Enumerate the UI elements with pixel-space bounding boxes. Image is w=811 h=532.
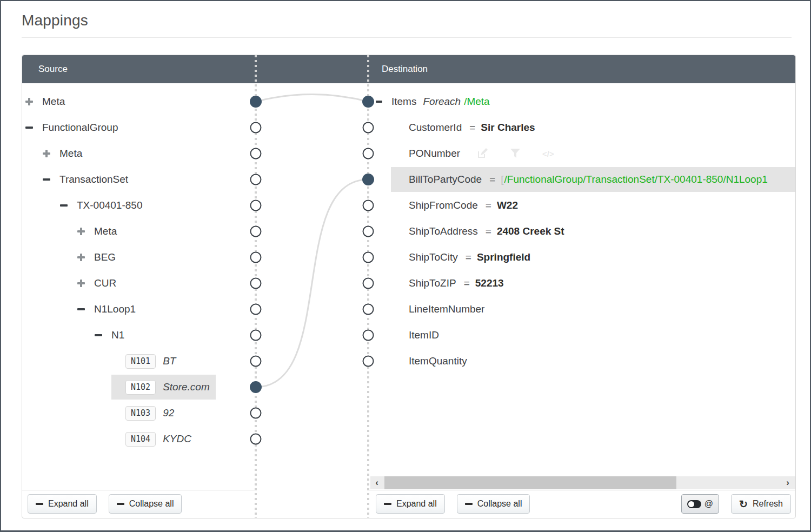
dest-row-shiptoaddress[interactable]: ShipToAddress = 2408 Creek St bbox=[22, 218, 795, 244]
source-row-n102-selected[interactable]: N102 Store.com bbox=[22, 374, 795, 400]
code-icon[interactable]: </> bbox=[542, 149, 554, 158]
source-collapse-all-button[interactable]: Collapse all bbox=[109, 494, 182, 514]
equals-sign: = bbox=[469, 122, 475, 134]
dest-row-shipfromcode[interactable]: ShipFromCode = W22 bbox=[22, 192, 795, 218]
dest-field-label[interactable]: ShipToZIP bbox=[409, 277, 456, 289]
dest-field-label[interactable]: LineItemNumber bbox=[409, 303, 484, 315]
refresh-icon: ↻ bbox=[739, 499, 748, 509]
segment-value: KYDC bbox=[163, 433, 191, 445]
dest-field-label[interactable]: ItemQuantity bbox=[409, 355, 467, 367]
dest-field-value: Sir Charles bbox=[481, 122, 535, 134]
equals-sign: = bbox=[486, 200, 491, 211]
dest-field-label[interactable]: ShipFromCode bbox=[409, 200, 478, 211]
dest-field-value: W22 bbox=[497, 200, 518, 211]
filter-icon[interactable] bbox=[510, 148, 521, 159]
mappings-panel: Source Destination Meta FunctionalGroup … bbox=[22, 55, 796, 518]
segment-tag[interactable]: N103 bbox=[125, 406, 156, 421]
dest-row-customerid[interactable]: CustomerId = Sir Charles bbox=[22, 115, 795, 141]
destination-column-header: Destination bbox=[382, 55, 428, 83]
refresh-button[interactable]: ↻ Refresh bbox=[731, 494, 791, 514]
dest-field-value: Springfield bbox=[477, 251, 530, 263]
at-toggle-button[interactable]: @ bbox=[681, 494, 719, 514]
source-row-n104[interactable]: N104 KYDC bbox=[22, 426, 795, 452]
dest-expand-all-button[interactable]: Expand all bbox=[376, 494, 445, 514]
minus-icon bbox=[117, 500, 124, 508]
toggle-icon bbox=[687, 500, 701, 508]
edit-icon[interactable] bbox=[476, 148, 488, 159]
dest-row-items[interactable]: Items Foreach /Meta bbox=[22, 89, 795, 115]
app-frame: Mappings Source Destination Meta Functio… bbox=[0, 0, 811, 532]
dest-row-itemid[interactable]: ItemID bbox=[22, 322, 795, 348]
source-footer: Expand all Collapse all bbox=[28, 494, 182, 514]
dest-field-label[interactable]: ItemID bbox=[409, 329, 439, 341]
page-title: Mappings bbox=[22, 12, 88, 29]
source-row-n103[interactable]: N103 92 bbox=[22, 400, 795, 426]
dest-row-shiptocity[interactable]: ShipToCity = Springfield bbox=[22, 244, 795, 270]
button-label: Expand all bbox=[396, 499, 437, 509]
dest-field-label[interactable]: ShipToAddress bbox=[409, 225, 478, 237]
destination-footer: Expand all Collapse all @ ↻ Refresh bbox=[376, 494, 791, 514]
at-symbol: @ bbox=[704, 499, 713, 509]
source-expand-all-button[interactable]: Expand all bbox=[28, 494, 97, 514]
equals-sign: = bbox=[464, 277, 470, 289]
title-divider bbox=[22, 37, 792, 38]
equals-sign: = bbox=[466, 251, 471, 263]
foreach-keyword: Foreach bbox=[423, 96, 461, 108]
plus-icon bbox=[36, 500, 43, 508]
minus-icon[interactable] bbox=[376, 98, 382, 105]
scrollbar-thumb[interactable] bbox=[384, 476, 676, 489]
dest-field-value: 2408 Creek St bbox=[497, 225, 564, 237]
panel-header: Source Destination bbox=[22, 55, 795, 83]
destination-horizontal-scrollbar[interactable]: ‹ › bbox=[370, 476, 795, 489]
scroll-right-icon[interactable]: › bbox=[781, 476, 794, 489]
button-label: Expand all bbox=[48, 499, 89, 509]
dest-row-ponumber[interactable]: PONumber </> bbox=[22, 141, 795, 167]
dest-field-label[interactable]: PONumber bbox=[409, 148, 460, 159]
mapping-bracket: [ bbox=[501, 174, 503, 185]
button-label: Refresh bbox=[753, 499, 783, 509]
equals-sign: = bbox=[489, 174, 495, 185]
dest-row-lineitemnumber[interactable]: LineItemNumber bbox=[22, 296, 795, 322]
dest-field-label[interactable]: CustomerId bbox=[409, 122, 462, 134]
segment-tag[interactable]: N104 bbox=[125, 432, 156, 447]
dest-row-itemquantity[interactable]: ItemQuantity bbox=[22, 348, 795, 374]
source-column-header: Source bbox=[38, 55, 68, 83]
dest-node-label[interactable]: Items bbox=[391, 96, 416, 108]
dest-field-label[interactable]: BillToPartyCode bbox=[409, 174, 482, 185]
mapping-xpath: /FunctionalGroup/TransactionSet/TX-00401… bbox=[504, 174, 768, 185]
dest-row-shiptozip[interactable]: ShipToZIP = 52213 bbox=[22, 270, 795, 296]
footer-divider-right bbox=[368, 490, 795, 490]
button-label: Collapse all bbox=[477, 499, 522, 509]
dest-field-label[interactable]: ShipToCity bbox=[409, 251, 458, 263]
row-hover-actions: </> bbox=[476, 148, 554, 159]
equals-sign: = bbox=[486, 225, 491, 237]
dest-collapse-all-button[interactable]: Collapse all bbox=[457, 494, 530, 514]
scroll-left-icon[interactable]: ‹ bbox=[370, 476, 383, 489]
segment-value: 92 bbox=[163, 407, 174, 419]
segment-tag[interactable]: N102 bbox=[125, 380, 156, 395]
dest-field-value: 52213 bbox=[475, 277, 504, 289]
dest-row-billtopartycode-selected[interactable]: BillToPartyCode = [ /FunctionalGroup/Tra… bbox=[22, 167, 795, 192]
minus-icon bbox=[465, 500, 473, 508]
plus-icon bbox=[384, 500, 391, 508]
footer-divider-left bbox=[22, 490, 256, 490]
button-label: Collapse all bbox=[129, 499, 174, 509]
foreach-path: /Meta bbox=[464, 96, 490, 108]
segment-value: Store.com bbox=[163, 381, 210, 393]
